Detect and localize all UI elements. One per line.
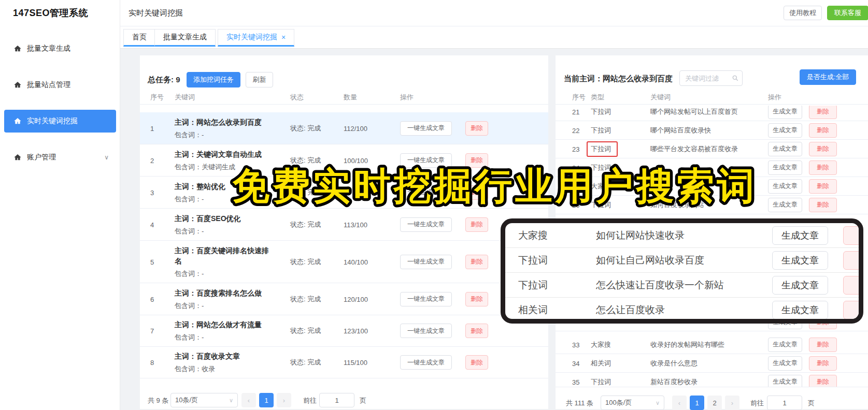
table-row[interactable]: 23 下拉词 哪些平台发文容易被百度收录 生成文章 删除 [556,140,868,158]
delete-button[interactable]: 删除 [465,324,488,338]
task-subtitle: 包含词：- [175,301,262,311]
row-index: 1 [150,124,154,132]
table-row[interactable]: 5 主词：百度关键词排名快速排名包含词：- 状态: 完成 140/100 一键生… [140,241,548,283]
delete-button[interactable] [843,226,863,245]
delete-button[interactable] [843,251,863,270]
table-row[interactable]: 22 下拉词 哪个网站百度收录快 生成文章 删除 [556,121,868,140]
zoom-callout-box: 大家搜 如何让网站快速收录 生成文章 下拉词 如何让自己网站收录百度 生成文章 … [501,218,863,324]
table-row[interactable]: 35 下拉词 新站百度秒收录 生成文章 删除 [556,373,868,387]
delete-button[interactable]: 删除 [809,356,837,371]
refresh-button[interactable]: 刷新 [246,72,273,87]
delete-button[interactable] [843,301,863,319]
generate-article-button[interactable]: 生成文章 [768,160,802,175]
keyword-type: 下拉词 [518,279,548,292]
table-row[interactable]: 3 主词：整站优化包含词：- 状态: 完成 一键生成文章 删除 [140,177,548,209]
generate-article-button[interactable]: 生成文章 [772,301,828,319]
home-icon [13,45,22,53]
generate-article-button[interactable]: 生成文章 [768,375,802,388]
sidebar-item-keyword-mining[interactable]: 实时关键词挖掘 [4,110,116,133]
next-page-button[interactable]: › [277,393,291,407]
close-icon[interactable]: × [281,33,286,41]
task-subtitle: 包含词：关键词生成 [175,163,262,172]
delete-button[interactable]: 删除 [809,142,837,156]
delete-button[interactable] [843,276,863,295]
sidebar-item-account[interactable]: 账户管理 ∨ [0,146,120,169]
generate-article-button[interactable]: 生成文章 [768,179,802,194]
delete-button[interactable]: 删除 [465,255,488,269]
delete-button[interactable]: 删除 [809,338,837,352]
generate-article-button[interactable]: 生成文章 [768,142,802,156]
generate-article-button[interactable]: 一键生成文章 [400,217,452,232]
delete-button[interactable]: 删除 [809,375,837,388]
table-row[interactable]: 2 主词：关键词文章自动生成包含词：关键词生成 状态: 完成 100/100 一… [140,144,548,177]
delete-button[interactable]: 删除 [465,355,488,370]
delete-button[interactable]: 删除 [809,198,837,212]
keyword-type: 相关词 [518,303,548,317]
delete-button[interactable]: 删除 [809,160,837,175]
page-size-select[interactable]: 100条/页 ∨ [601,396,664,410]
delete-button[interactable]: 删除 [809,106,837,119]
keyword-type: 下拉词 [591,377,611,387]
generate-article-button[interactable]: 一键生成文章 [400,185,452,200]
generate-article-button[interactable]: 一键生成文章 [400,292,452,306]
total-count-label: 共 111 条 [566,399,593,408]
delete-button[interactable]: 删除 [465,121,488,136]
sidebar-item-site-management[interactable]: 批量站点管理 [0,74,120,96]
keyword-pagination: 共 111 条 100条/页 ∨ ‹ 1 2 › 前往 页 [556,394,868,410]
table-row[interactable]: 4 主词：百度SEO优化包含词：- 状态: 完成 113/100 一键生成文章 … [140,209,548,241]
tab-home[interactable]: 首页 [123,29,155,47]
generate-article-button[interactable]: 一键生成文章 [400,324,452,338]
generate-article-button[interactable]: 生成文章 [768,198,802,212]
goto-page-input[interactable] [767,396,802,410]
delete-button[interactable]: 删除 [465,153,488,168]
generate-all-filter-button[interactable]: 是否生成:全部 [800,69,856,85]
generate-article-button[interactable]: 生成文章 [768,106,802,119]
delete-button[interactable]: 删除 [809,179,837,194]
generate-article-button[interactable]: 一键生成文章 [400,121,452,136]
table-row[interactable]: 6 主词：百度搜索排名怎么做包含词：- 状态: 完成 120/100 一键生成文… [140,283,548,315]
table-row[interactable]: 21 下拉词 哪个网站发帖可以上百度首页 生成文章 删除 [556,106,868,121]
delete-button[interactable]: 删除 [465,217,488,232]
table-row[interactable]: 34 相关词 收录是什么意思 生成文章 删除 [556,354,868,373]
tutorial-button[interactable]: 使用教程 [784,6,822,20]
generate-article-button[interactable]: 一键生成文章 [400,355,452,370]
tab-label: 批量文章生成 [163,33,207,42]
row-index: 2 [150,156,154,164]
page-size-select[interactable]: 10条/页 ∨ [170,393,238,407]
add-mining-task-button[interactable]: 添加挖词任务 [187,72,240,87]
tab-keyword-mining[interactable]: 实时关键词挖掘 × [218,29,294,47]
generate-article-button[interactable]: 一键生成文章 [400,153,452,168]
table-row[interactable]: 8 主词：百度收录文章包含词：收录 状态: 完成 115/100 一键生成文章 … [140,347,548,378]
table-row[interactable]: 26 下拉词 如何百度收录网站 生成文章 删除 [556,196,868,214]
page-number-button[interactable]: 1 [690,396,704,410]
contact-support-button[interactable]: 联系客服 [827,6,868,20]
page-size-value: 100条/页 [605,398,632,407]
table-row[interactable]: 24 下拉词 生成文章 删除 [556,158,868,177]
table-row[interactable]: 25 大家搜 生成文章 删除 [556,177,868,196]
tab-article-generation[interactable]: 批量文章生成 [154,29,216,47]
delete-button[interactable]: 删除 [809,123,837,138]
generate-article-button[interactable]: 生成文章 [768,123,802,138]
table-row[interactable]: 1 主词：网站怎么收录到百度包含词：- 状态: 完成 112/100 一键生成文… [140,112,548,144]
task-status: 状态: 完成 [290,295,321,304]
page-number-button[interactable]: 1 [259,393,274,407]
generate-article-button[interactable]: 生成文章 [768,338,802,352]
prev-page-button[interactable]: ‹ [672,396,687,410]
generate-article-button[interactable]: 一键生成文章 [400,255,452,269]
task-status: 状态: 完成 [290,257,321,267]
keyword-type: 下拉词 [591,126,611,135]
goto-page-input[interactable] [319,393,354,407]
sidebar-item-label: 批量文章生成 [27,44,70,53]
delete-button[interactable]: 删除 [465,185,488,200]
generate-article-button[interactable]: 生成文章 [772,251,828,270]
next-page-button[interactable]: › [725,396,739,410]
prev-page-button[interactable]: ‹ [241,393,256,407]
generate-article-button[interactable]: 生成文章 [772,276,828,295]
table-row[interactable]: 33 大家搜 收录好的发帖网站有哪些 生成文章 删除 [556,335,868,354]
delete-button[interactable]: 删除 [465,292,488,306]
page-number-button[interactable]: 2 [707,396,722,410]
generate-article-button[interactable]: 生成文章 [772,226,828,245]
table-row[interactable]: 7 主词：网站怎么做才有流量包含词：- 状态: 完成 123/100 一键生成文… [140,315,548,347]
generate-article-button[interactable]: 生成文章 [768,356,802,371]
sidebar-item-article-generation[interactable]: 批量文章生成 [0,37,120,60]
